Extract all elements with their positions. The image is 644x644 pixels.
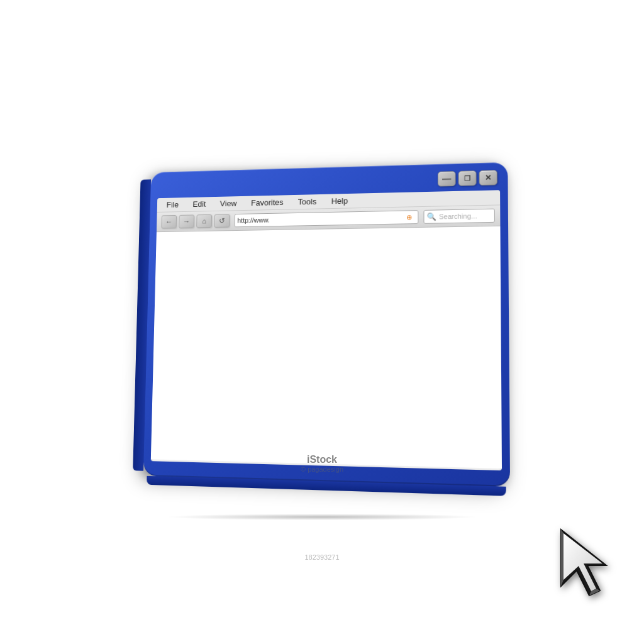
svg-marker-2 xyxy=(561,530,564,586)
maximize-button[interactable]: ❐ xyxy=(458,170,477,186)
refresh-button[interactable]: ↺ xyxy=(214,214,230,228)
forward-button[interactable]: → xyxy=(179,214,194,228)
menu-help[interactable]: Help xyxy=(331,196,348,206)
home-button[interactable]: ⌂ xyxy=(196,214,212,228)
search-box[interactable]: 🔍 Searching... xyxy=(424,209,496,224)
address-bar[interactable]: http://www. ⊕ xyxy=(235,210,419,227)
rss-icon: ⊕ xyxy=(406,213,415,221)
image-number: 182393271 xyxy=(304,553,339,561)
menu-view[interactable]: View xyxy=(220,199,237,208)
search-icon[interactable]: 🔍 xyxy=(427,213,436,221)
address-text: http://www. xyxy=(237,213,406,224)
menu-edit[interactable]: Edit xyxy=(192,199,206,209)
close-button[interactable]: ✕ xyxy=(479,170,497,186)
search-placeholder: Searching... xyxy=(439,212,492,221)
browser-outer: — ❐ ✕ File Edit View Favorites Tools Hel… xyxy=(143,162,510,487)
minimize-button[interactable]: — xyxy=(438,171,456,187)
menu-tools[interactable]: Tools xyxy=(298,197,317,206)
menu-file[interactable]: File xyxy=(167,200,179,209)
browser-wrapper: — ❐ ✕ File Edit View Favorites Tools Hel… xyxy=(143,162,510,487)
content-area xyxy=(151,226,502,469)
scene: — ❐ ✕ File Edit View Favorites Tools Hel… xyxy=(70,70,574,574)
menu-favorites[interactable]: Favorites xyxy=(251,197,284,208)
browser-inner: File Edit View Favorites Tools Help ← → … xyxy=(151,190,502,470)
browser-shadow xyxy=(165,514,479,520)
back-button[interactable]: ← xyxy=(161,215,177,228)
